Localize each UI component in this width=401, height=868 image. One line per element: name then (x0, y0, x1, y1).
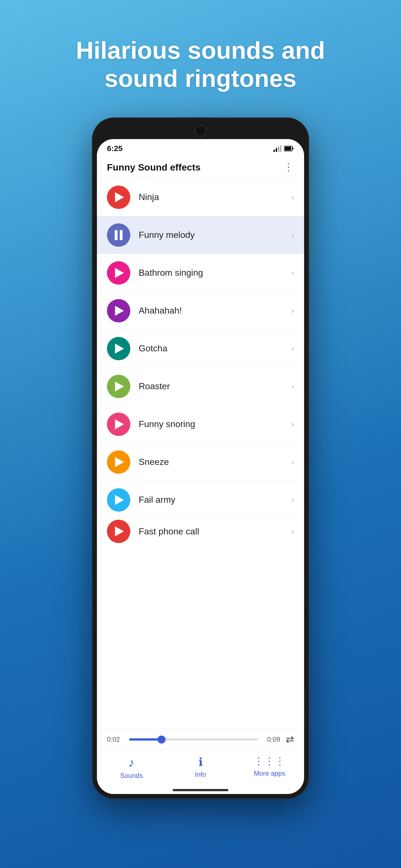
sound-name: Bathrom singing (139, 268, 292, 278)
list-item[interactable]: Bathrom singing › (97, 254, 304, 292)
svg-rect-3 (280, 145, 281, 152)
repeat-button[interactable]: ⇄ (286, 734, 294, 745)
app-title: Funny Sound effects (107, 162, 200, 173)
play-icon (115, 192, 124, 202)
play-icon (115, 344, 124, 353)
info-nav-icon: ℹ (199, 755, 203, 768)
app-bar: Funny Sound effects ⋮ (97, 156, 304, 178)
more-apps-nav-icon: ⋮⋮⋮ (254, 755, 285, 767)
sound-name: Fast phone call (139, 526, 292, 537)
list-item[interactable]: Ahahahah! › (97, 292, 304, 330)
sound-name: Ninja (139, 192, 292, 202)
bottom-nav: ♪ Sounds ℹ Info ⋮⋮⋮ More apps (97, 749, 304, 785)
nav-item-more-apps[interactable]: ⋮⋮⋮ More apps (235, 749, 304, 785)
chevron-icon: › (292, 458, 294, 467)
play-button-sneeze[interactable] (107, 451, 130, 474)
progress-track[interactable] (129, 738, 258, 741)
nav-item-info[interactable]: ℹ Info (166, 749, 235, 785)
nav-item-sounds[interactable]: ♪ Sounds (97, 749, 166, 785)
sound-list: Ninja › Funny melody › Bathro (97, 178, 304, 728)
list-item[interactable]: Roaster › (97, 368, 304, 405)
play-icon (115, 306, 124, 316)
play-icon (115, 526, 124, 536)
nav-label-info: Info (195, 771, 206, 778)
status-time: 6:25 (107, 144, 122, 153)
total-time: 0:09 (263, 736, 280, 743)
battery-icon (284, 145, 294, 152)
list-item[interactable]: Ninja › (97, 178, 304, 216)
play-button-fail-army[interactable] (107, 488, 130, 512)
sound-name: Funny snoring (139, 419, 292, 429)
svg-rect-2 (278, 147, 279, 152)
list-item[interactable]: Gotcha › (97, 330, 304, 368)
chevron-icon: › (292, 382, 294, 391)
sound-name: Fail army (139, 495, 292, 505)
sound-name: Ahahahah! (139, 306, 292, 316)
play-button-ninja[interactable] (107, 186, 130, 209)
menu-button[interactable]: ⋮ (284, 161, 294, 173)
progress-thumb[interactable] (157, 736, 165, 743)
list-item[interactable]: Funny melody › (97, 216, 304, 254)
play-icon (115, 495, 124, 505)
list-item[interactable]: Funny snoring › (97, 405, 304, 443)
phone-device: 6:25 Funny Sound effects ⋮ (92, 117, 309, 799)
list-item[interactable]: Fast phone call › (97, 519, 304, 544)
progress-fill (129, 738, 162, 741)
svg-rect-1 (276, 148, 277, 152)
nav-label-more-apps: More apps (254, 770, 285, 777)
chevron-icon: › (292, 306, 294, 315)
play-button-gotcha[interactable] (107, 337, 130, 360)
chevron-icon: › (292, 230, 294, 240)
chevron-icon: › (292, 420, 294, 429)
play-button-roaster[interactable] (107, 375, 130, 398)
chevron-icon: › (292, 193, 294, 202)
svg-rect-0 (274, 150, 275, 152)
signal-icon (274, 145, 281, 152)
list-item[interactable]: Sneeze › (97, 443, 304, 481)
home-indicator (173, 789, 228, 791)
play-icon (115, 268, 124, 278)
play-icon (115, 457, 124, 467)
phone-screen: 6:25 Funny Sound effects ⋮ (97, 139, 304, 794)
chevron-icon: › (292, 527, 294, 536)
play-icon (115, 381, 124, 392)
pause-button-funny-melody[interactable] (107, 223, 130, 247)
sound-name: Gotcha (139, 343, 292, 353)
nav-label-sounds: Sounds (120, 772, 143, 779)
play-button-funny-snoring[interactable] (107, 412, 130, 436)
sound-name: Roaster (139, 381, 292, 392)
phone-top-bar (97, 122, 304, 139)
phone-camera (195, 125, 206, 136)
svg-rect-5 (285, 147, 291, 151)
play-button-bathrom-singing[interactable] (107, 261, 130, 285)
play-button-ahahahah[interactable] (107, 299, 130, 322)
status-bar: 6:25 (97, 139, 304, 156)
sounds-nav-icon: ♪ (128, 755, 135, 770)
pause-icon (115, 230, 122, 240)
chevron-icon: › (292, 269, 294, 277)
hero-title: Hilarious sounds and sound ringtones (75, 36, 326, 92)
chevron-icon: › (292, 495, 294, 504)
play-icon (115, 419, 124, 429)
player-bar: 0:02 0:09 ⇄ (97, 728, 304, 749)
chevron-icon: › (292, 344, 294, 353)
list-item[interactable]: Fail army › (97, 481, 304, 519)
svg-rect-6 (292, 148, 293, 149)
sound-name: Funny melody (139, 230, 292, 240)
sound-name: Sneeze (139, 457, 292, 467)
status-icons (274, 145, 294, 152)
play-button-fast-phone-call[interactable] (107, 520, 130, 543)
current-time: 0:02 (107, 736, 124, 743)
progress-row: 0:02 0:09 ⇄ (107, 734, 294, 745)
